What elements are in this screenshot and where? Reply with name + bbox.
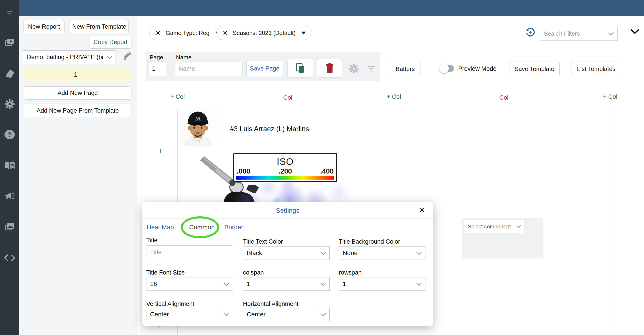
heatmap-density-blobs	[220, 180, 368, 202]
chevron-down-icon	[317, 308, 330, 321]
list-templates-button[interactable]: List Templates	[571, 62, 621, 76]
tab-common[interactable]: Common	[189, 224, 215, 231]
batters-button[interactable]: Batters	[390, 62, 421, 76]
add-col-button[interactable]: + Col	[170, 94, 185, 100]
filter-history-icon[interactable]	[525, 27, 536, 38]
colspan-select[interactable]: 1	[243, 277, 330, 291]
filter-icon	[5, 8, 14, 17]
legend-tick-min: .000	[237, 167, 250, 175]
remove-col-button[interactable]: - Col	[496, 94, 508, 101]
edit-report-pencil-icon[interactable]	[122, 52, 132, 62]
add-new-page-button[interactable]: Add New Page	[24, 86, 132, 100]
collapse-filters-chevron-icon[interactable]	[630, 29, 639, 34]
chevron-down-icon	[513, 220, 524, 233]
delete-page-button[interactable]	[317, 59, 342, 78]
book-icon	[4, 160, 16, 170]
save-page-button[interactable]: Save Page	[246, 60, 283, 77]
rowspan-select[interactable]: 1	[339, 277, 426, 291]
chevron-down-icon	[605, 27, 617, 40]
modal-close-icon[interactable]: ✕	[419, 206, 426, 214]
tab-border[interactable]: Border	[224, 224, 243, 231]
empty-component-cell: Select component	[462, 218, 543, 258]
sidebar-item-settings[interactable]	[0, 94, 19, 114]
remove-filter-icon[interactable]: ✕	[156, 29, 160, 37]
report-select[interactable]: Demo: batting - PRIVATE (brad...	[23, 50, 116, 64]
page-number-input[interactable]	[148, 62, 166, 76]
duplicate-page-button[interactable]	[288, 59, 313, 78]
remove-col-button[interactable]: - Col	[280, 94, 292, 101]
sidebar-item-code[interactable]	[0, 248, 19, 267]
page-name-input[interactable]	[175, 62, 243, 76]
legend-tick-mid: .200	[278, 167, 292, 175]
chevron-down-icon	[220, 278, 233, 290]
sidebar-item-video-library[interactable]	[0, 33, 19, 52]
svg-text:?: ?	[8, 131, 12, 138]
code-icon	[3, 254, 16, 262]
toggle-knob	[439, 64, 449, 73]
modal-title: Settings	[142, 207, 433, 214]
title-font-size-label: Title Font Size	[146, 269, 185, 276]
filter-chip-label: Seasons: 2023 (Default)	[233, 30, 295, 36]
sidebar-item-announcements[interactable]	[0, 187, 19, 206]
chevron-down-icon	[220, 308, 233, 321]
title-background-color-value: None	[339, 246, 413, 260]
remove-filter-icon[interactable]: ✕	[222, 29, 228, 37]
tab-heat-map[interactable]: Heat Map	[147, 224, 174, 231]
page-settings-gear-icon[interactable]	[348, 63, 359, 74]
add-col-button[interactable]: + Col	[603, 94, 617, 100]
help-icon: ?	[4, 130, 15, 140]
chevron-down-icon	[317, 278, 330, 290]
page-label: Page	[150, 54, 163, 61]
add-col-button[interactable]: + Col	[387, 94, 401, 100]
filter-chip-seasons[interactable]: ✕ Seasons: 2023 (Default)	[216, 26, 312, 40]
title-input[interactable]	[146, 246, 233, 259]
new-report-button[interactable]: New Report	[24, 20, 64, 33]
chevron-down-icon	[317, 246, 330, 260]
preview-mode-toggle[interactable]	[441, 65, 454, 72]
sidebar-item-cards[interactable]	[0, 64, 19, 84]
add-row-button[interactable]: +	[158, 147, 162, 156]
page-filter-icon[interactable]	[366, 64, 376, 73]
component-select-value: Select component	[464, 220, 513, 233]
title-font-size-value: 16	[146, 278, 220, 290]
player-photo: M	[178, 109, 218, 146]
colspan-label: colspan	[243, 269, 264, 276]
copy-report-button[interactable]: Copy Report	[90, 36, 132, 48]
legend-tick-max: .400	[320, 167, 334, 175]
images-icon	[4, 222, 15, 232]
chevron-down-icon	[413, 246, 425, 260]
sidebar-item-docs[interactable]	[0, 156, 19, 175]
megaphone-icon	[4, 191, 16, 202]
title-text-color-label: Title Text Color	[243, 238, 283, 245]
add-new-page-from-template-button[interactable]: Add New Page From Template	[24, 104, 132, 117]
horizontal-alignment-label: Horizontal Alignment	[243, 300, 298, 308]
title-text-color-select[interactable]: Black	[243, 246, 330, 260]
component-select[interactable]: Select component	[464, 220, 524, 233]
horizontal-alignment-value: Center	[243, 308, 317, 321]
filter-chip-label: Game Type: Reg	[166, 30, 209, 36]
save-template-button[interactable]: Save Template	[509, 62, 560, 76]
vertical-alignment-label: Vertical Alignment	[146, 300, 194, 308]
video-library-icon	[4, 37, 15, 48]
chevron-down-icon	[413, 278, 425, 290]
top-navbar	[19, 0, 644, 16]
title-background-color-select[interactable]: None	[339, 246, 426, 260]
page-1-badge[interactable]: 1 -	[24, 67, 132, 82]
svg-text:M: M	[195, 115, 201, 122]
divider	[142, 235, 433, 235]
divider	[142, 218, 433, 218]
cards-icon	[4, 68, 15, 80]
horizontal-alignment-select[interactable]: Center	[243, 308, 330, 321]
sidebar-nav: ?	[0, 0, 19, 335]
dropdown-caret-icon	[302, 32, 306, 34]
title-font-size-select[interactable]: 16	[146, 277, 233, 291]
filter-chip-game-type[interactable]: ✕ Game Type: Reg	[149, 26, 226, 40]
search-filters-value: Search Filters	[540, 27, 605, 40]
vertical-alignment-select[interactable]: Center	[146, 308, 233, 321]
new-from-template-button[interactable]: New From Template	[70, 20, 128, 33]
sidebar-item-images[interactable]	[0, 217, 19, 236]
sidebar-item-filters[interactable]	[0, 3, 19, 22]
search-filters-select[interactable]: Search Filters	[540, 27, 618, 40]
title-text-color-value: Black	[243, 246, 317, 260]
sidebar-item-help[interactable]: ?	[0, 125, 19, 144]
